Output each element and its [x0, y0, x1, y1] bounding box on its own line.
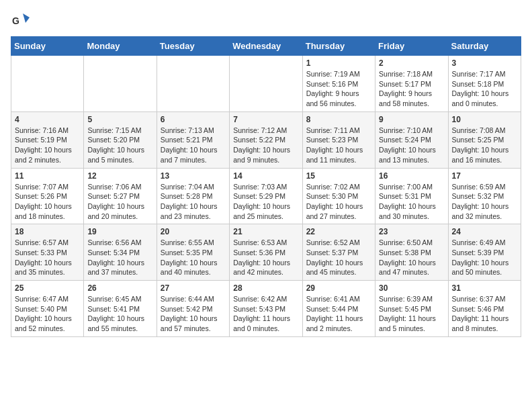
- day-info: Sunrise: 6:42 AMSunset: 5:43 PMDaylight:…: [233, 294, 298, 334]
- day-info: Sunrise: 6:44 AMSunset: 5:42 PMDaylight:…: [161, 294, 226, 334]
- day-info: Sunrise: 7:18 AMSunset: 5:17 PMDaylight:…: [379, 69, 444, 109]
- calendar-cell: [11, 56, 84, 112]
- day-info: Sunrise: 7:02 AMSunset: 5:30 PMDaylight:…: [306, 182, 371, 222]
- calendar-week-row: 1Sunrise: 7:19 AMSunset: 5:16 PMDaylight…: [11, 56, 521, 112]
- calendar-body: 1Sunrise: 7:19 AMSunset: 5:16 PMDaylight…: [11, 56, 521, 337]
- calendar-cell: [84, 56, 157, 112]
- calendar-week-row: 25Sunrise: 6:47 AMSunset: 5:40 PMDayligh…: [11, 281, 521, 337]
- calendar-cell: 8Sunrise: 7:11 AMSunset: 5:23 PMDaylight…: [302, 111, 375, 168]
- day-number: 12: [87, 171, 152, 181]
- weekday-header: Thursday: [302, 37, 375, 56]
- calendar-cell: 24Sunrise: 6:49 AMSunset: 5:39 PMDayligh…: [448, 224, 521, 281]
- day-info: Sunrise: 7:06 AMSunset: 5:27 PMDaylight:…: [87, 182, 152, 222]
- day-number: 5: [87, 115, 152, 124]
- logo: G: [11, 11, 31, 30]
- day-info: Sunrise: 7:11 AMSunset: 5:23 PMDaylight:…: [306, 126, 371, 165]
- day-number: 2: [379, 58, 444, 68]
- calendar-cell: 25Sunrise: 6:47 AMSunset: 5:40 PMDayligh…: [11, 281, 84, 337]
- day-info: Sunrise: 7:08 AMSunset: 5:25 PMDaylight:…: [452, 126, 517, 165]
- weekday-header: Saturday: [448, 37, 521, 56]
- calendar-cell: 2Sunrise: 7:18 AMSunset: 5:17 PMDaylight…: [375, 56, 448, 112]
- calendar-cell: 1Sunrise: 7:19 AMSunset: 5:16 PMDaylight…: [302, 56, 375, 112]
- calendar-week-row: 4Sunrise: 7:16 AMSunset: 5:19 PMDaylight…: [11, 111, 521, 168]
- svg-text:G: G: [12, 15, 19, 26]
- day-info: Sunrise: 7:15 AMSunset: 5:20 PMDaylight:…: [87, 126, 152, 165]
- calendar-cell: 5Sunrise: 7:15 AMSunset: 5:20 PMDaylight…: [84, 111, 157, 168]
- day-info: Sunrise: 7:04 AMSunset: 5:28 PMDaylight:…: [161, 182, 226, 222]
- day-info: Sunrise: 6:55 AMSunset: 5:35 PMDaylight:…: [161, 238, 226, 277]
- day-number: 26: [87, 283, 152, 293]
- calendar-cell: 13Sunrise: 7:04 AMSunset: 5:28 PMDayligh…: [157, 168, 229, 224]
- day-info: Sunrise: 7:13 AMSunset: 5:21 PMDaylight:…: [161, 126, 226, 165]
- calendar-cell: 22Sunrise: 6:52 AMSunset: 5:37 PMDayligh…: [302, 224, 375, 281]
- calendar-cell: 12Sunrise: 7:06 AMSunset: 5:27 PMDayligh…: [84, 168, 157, 224]
- day-number: 30: [379, 283, 444, 293]
- day-number: 10: [452, 115, 517, 124]
- day-number: 3: [452, 58, 517, 68]
- day-number: 31: [452, 283, 517, 293]
- day-info: Sunrise: 6:59 AMSunset: 5:32 PMDaylight:…: [452, 182, 517, 222]
- calendar-cell: 26Sunrise: 6:45 AMSunset: 5:41 PMDayligh…: [84, 281, 157, 337]
- page-header: G: [11, 11, 521, 30]
- weekday-header: Monday: [84, 37, 157, 56]
- day-number: 11: [15, 171, 80, 181]
- calendar-cell: 30Sunrise: 6:39 AMSunset: 5:45 PMDayligh…: [375, 281, 448, 337]
- day-info: Sunrise: 7:10 AMSunset: 5:24 PMDaylight:…: [379, 126, 444, 165]
- calendar-cell: 6Sunrise: 7:13 AMSunset: 5:21 PMDaylight…: [157, 111, 229, 168]
- day-number: 18: [15, 227, 80, 236]
- day-number: 13: [161, 171, 226, 181]
- calendar-table: SundayMondayTuesdayWednesdayThursdayFrid…: [11, 36, 521, 337]
- day-number: 17: [452, 171, 517, 181]
- day-number: 7: [233, 115, 298, 124]
- day-number: 24: [452, 227, 517, 236]
- day-info: Sunrise: 7:03 AMSunset: 5:29 PMDaylight:…: [233, 182, 298, 222]
- day-number: 22: [306, 227, 371, 236]
- weekday-header-row: SundayMondayTuesdayWednesdayThursdayFrid…: [11, 37, 521, 56]
- day-info: Sunrise: 7:07 AMSunset: 5:26 PMDaylight:…: [15, 182, 80, 222]
- calendar-cell: 4Sunrise: 7:16 AMSunset: 5:19 PMDaylight…: [11, 111, 84, 168]
- day-info: Sunrise: 7:16 AMSunset: 5:19 PMDaylight:…: [15, 126, 80, 165]
- day-number: 21: [233, 227, 298, 236]
- calendar-cell: [157, 56, 229, 112]
- calendar-cell: 27Sunrise: 6:44 AMSunset: 5:42 PMDayligh…: [157, 281, 229, 337]
- day-number: 29: [306, 283, 371, 293]
- day-number: 14: [233, 171, 298, 181]
- day-info: Sunrise: 6:57 AMSunset: 5:33 PMDaylight:…: [15, 238, 80, 277]
- calendar-week-row: 18Sunrise: 6:57 AMSunset: 5:33 PMDayligh…: [11, 224, 521, 281]
- calendar-cell: 31Sunrise: 6:37 AMSunset: 5:46 PMDayligh…: [448, 281, 521, 337]
- calendar-cell: 28Sunrise: 6:42 AMSunset: 5:43 PMDayligh…: [230, 281, 302, 337]
- day-number: 25: [15, 283, 80, 293]
- day-info: Sunrise: 6:45 AMSunset: 5:41 PMDaylight:…: [87, 294, 152, 334]
- day-number: 23: [379, 227, 444, 236]
- day-info: Sunrise: 6:53 AMSunset: 5:36 PMDaylight:…: [233, 238, 298, 277]
- calendar-cell: 11Sunrise: 7:07 AMSunset: 5:26 PMDayligh…: [11, 168, 84, 224]
- calendar-cell: 20Sunrise: 6:55 AMSunset: 5:35 PMDayligh…: [157, 224, 229, 281]
- day-info: Sunrise: 6:47 AMSunset: 5:40 PMDaylight:…: [15, 294, 80, 334]
- day-info: Sunrise: 6:37 AMSunset: 5:46 PMDaylight:…: [452, 294, 517, 334]
- day-info: Sunrise: 7:19 AMSunset: 5:16 PMDaylight:…: [306, 69, 371, 109]
- calendar-cell: 14Sunrise: 7:03 AMSunset: 5:29 PMDayligh…: [230, 168, 302, 224]
- calendar-cell: 7Sunrise: 7:12 AMSunset: 5:22 PMDaylight…: [230, 111, 302, 168]
- day-info: Sunrise: 6:39 AMSunset: 5:45 PMDaylight:…: [379, 294, 444, 334]
- day-number: 27: [161, 283, 226, 293]
- day-info: Sunrise: 6:56 AMSunset: 5:34 PMDaylight:…: [87, 238, 152, 277]
- day-number: 20: [161, 227, 226, 236]
- day-info: Sunrise: 6:50 AMSunset: 5:38 PMDaylight:…: [379, 238, 444, 277]
- day-number: 9: [379, 115, 444, 124]
- day-number: 15: [306, 171, 371, 181]
- calendar-cell: 9Sunrise: 7:10 AMSunset: 5:24 PMDaylight…: [375, 111, 448, 168]
- weekday-header: Friday: [375, 37, 448, 56]
- calendar-cell: 10Sunrise: 7:08 AMSunset: 5:25 PMDayligh…: [448, 111, 521, 168]
- day-info: Sunrise: 6:52 AMSunset: 5:37 PMDaylight:…: [306, 238, 371, 277]
- logo-icon: G: [11, 11, 30, 30]
- calendar-week-row: 11Sunrise: 7:07 AMSunset: 5:26 PMDayligh…: [11, 168, 521, 224]
- day-info: Sunrise: 6:49 AMSunset: 5:39 PMDaylight:…: [452, 238, 517, 277]
- day-number: 6: [161, 115, 226, 124]
- calendar-cell: 16Sunrise: 7:00 AMSunset: 5:31 PMDayligh…: [375, 168, 448, 224]
- calendar-cell: 21Sunrise: 6:53 AMSunset: 5:36 PMDayligh…: [230, 224, 302, 281]
- svg-marker-1: [23, 13, 30, 23]
- day-number: 19: [87, 227, 152, 236]
- day-number: 8: [306, 115, 371, 124]
- day-number: 1: [306, 58, 371, 68]
- weekday-header: Sunday: [11, 37, 84, 56]
